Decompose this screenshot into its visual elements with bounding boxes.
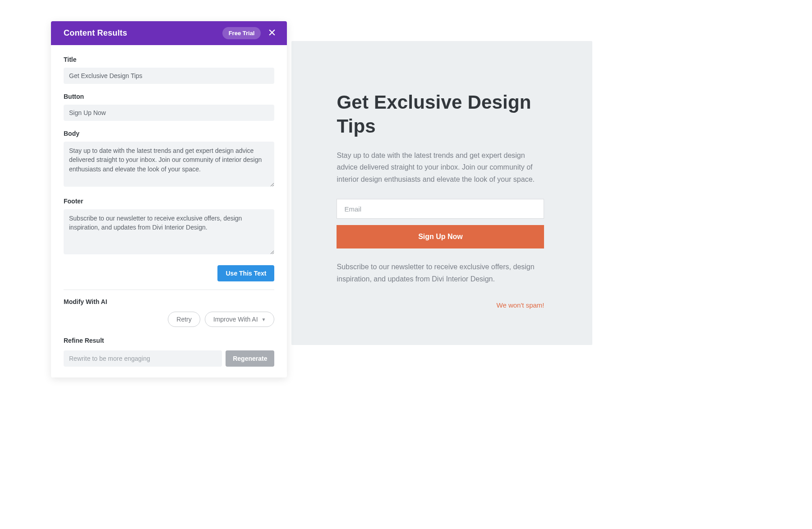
title-field-group: Title xyxy=(64,56,274,84)
improve-with-ai-button[interactable]: Improve With AI ▼ xyxy=(205,312,275,327)
refine-section-title: Refine Result xyxy=(64,337,274,344)
button-input[interactable] xyxy=(64,105,274,121)
preview-heading: Get Exclusive Design Tips xyxy=(337,91,565,138)
email-field[interactable] xyxy=(337,199,544,219)
modify-section-title: Modify With AI xyxy=(64,298,274,305)
sign-up-button[interactable]: Sign Up Now xyxy=(337,225,544,248)
preview-body-text: Stay up to date with the latest trends a… xyxy=(337,150,544,185)
panel-body: Title Button Body Footer Use This Text M… xyxy=(51,45,287,377)
panel-title: Content Results xyxy=(64,28,127,38)
body-field-group: Body xyxy=(64,130,274,189)
footer-field-group: Footer xyxy=(64,198,274,256)
no-spam-note: We won't spam! xyxy=(337,301,544,309)
free-trial-button[interactable]: Free Trial xyxy=(222,27,261,39)
use-this-text-button[interactable]: Use This Text xyxy=(217,265,274,281)
close-button[interactable] xyxy=(267,28,277,39)
retry-button[interactable]: Retry xyxy=(168,312,200,327)
panel-header-actions: Free Trial xyxy=(222,27,277,39)
title-input[interactable] xyxy=(64,68,274,84)
chevron-down-icon: ▼ xyxy=(262,317,266,322)
title-label: Title xyxy=(64,56,274,63)
footer-label: Footer xyxy=(64,198,274,205)
button-label: Button xyxy=(64,93,274,100)
improve-with-ai-label: Improve With AI xyxy=(213,316,258,323)
panel-header: Content Results Free Trial xyxy=(51,21,287,45)
close-icon xyxy=(268,28,276,38)
body-label: Body xyxy=(64,130,274,137)
footer-textarea[interactable] xyxy=(64,209,274,254)
button-field-group: Button xyxy=(64,93,274,121)
modify-actions-row: Retry Improve With AI ▼ xyxy=(64,312,274,327)
preview-footer-text: Subscribe to our newsletter to receive e… xyxy=(337,261,544,285)
body-textarea[interactable] xyxy=(64,142,274,187)
refine-row: Regenerate xyxy=(64,350,274,367)
refine-input[interactable] xyxy=(64,350,222,367)
content-results-panel: Content Results Free Trial Title Butto xyxy=(51,21,287,377)
regenerate-button[interactable]: Regenerate xyxy=(226,350,274,367)
use-text-row: Use This Text xyxy=(64,265,274,281)
divider xyxy=(64,290,274,290)
preview-pane: Get Exclusive Design Tips Stay up to dat… xyxy=(291,41,592,345)
